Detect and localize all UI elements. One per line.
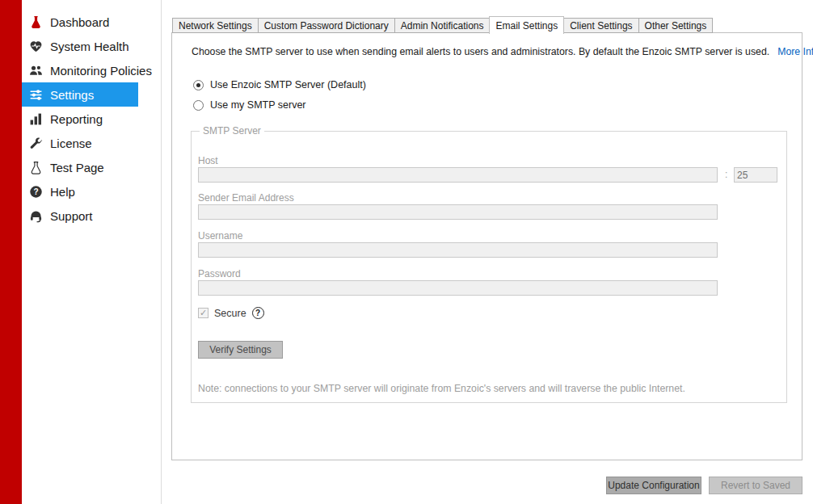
flask-outline-icon: [28, 160, 43, 174]
groupbox-title: SMTP Server: [200, 125, 264, 136]
more-info-link[interactable]: More Info: [777, 46, 813, 57]
help-question-icon[interactable]: ?: [252, 307, 264, 319]
radio-use-enzoic-smtp[interactable]: Use Enzoic SMTP Server (Default): [193, 79, 366, 90]
update-configuration-button[interactable]: Update Configuration: [606, 477, 701, 494]
question-circle-icon: ?: [28, 184, 43, 199]
username-input: [198, 242, 718, 258]
settings-tabs: Network Settings Custom Password Diction…: [172, 16, 713, 33]
tab-other-settings[interactable]: Other Settings: [638, 18, 714, 33]
radio-label: Use Enzoic SMTP Server (Default): [210, 79, 366, 90]
tab-network-settings[interactable]: Network Settings: [172, 18, 259, 33]
sidebar-item-settings[interactable]: Settings: [22, 82, 138, 107]
sidebar-item-label: System Health: [50, 40, 129, 53]
flask-icon: [28, 15, 43, 29]
sidebar-item-support[interactable]: Support: [22, 204, 161, 228]
port-separator: :: [725, 169, 727, 180]
smtp-note: Note: connections to your SMTP server wi…: [198, 383, 685, 394]
tab-admin-notifications[interactable]: Admin Notifications: [394, 18, 491, 33]
tab-client-settings[interactable]: Client Settings: [563, 18, 638, 33]
sidebar-item-license[interactable]: License: [22, 131, 161, 155]
svg-text:?: ?: [33, 187, 38, 195]
heartbeat-icon: [28, 39, 43, 53]
sidebar-item-dashboard[interactable]: Dashboard: [22, 10, 161, 34]
smtp-server-groupbox: SMTP Server Host : Sender Email Address …: [191, 131, 787, 403]
tab-email-settings[interactable]: Email Settings: [489, 16, 564, 34]
sidebar-item-label: Reporting: [50, 112, 103, 126]
sidebar-item-system-health[interactable]: System Health: [22, 34, 161, 58]
sender-email-label: Sender Email Address: [198, 192, 294, 204]
sidebar-item-label: Test Page: [50, 161, 104, 174]
sidebar-accent-bar: [0, 0, 22, 504]
headset-icon: [28, 208, 43, 223]
email-settings-panel: Choose the SMTP server to use when sendi…: [171, 32, 802, 460]
sidebar-item-label: License: [50, 136, 92, 150]
revert-to-saved-button[interactable]: Revert to Saved: [709, 477, 802, 494]
radio-use-my-smtp[interactable]: Use my SMTP server: [193, 99, 306, 111]
sender-email-input: [198, 204, 718, 220]
port-input: [734, 167, 777, 183]
sidebar-item-help[interactable]: ? Help: [22, 179, 161, 204]
sidebar-item-label: Settings: [50, 88, 94, 102]
password-label: Password: [198, 268, 241, 279]
username-label: Username: [198, 230, 242, 242]
wrench-icon: [28, 136, 43, 150]
sidebar-item-label: Monitoring Policies: [50, 64, 152, 78]
secure-row: ✓ Secure ?: [198, 307, 264, 319]
sidebar-item-label: Dashboard: [50, 15, 109, 29]
host-input: [198, 167, 718, 183]
radio-button[interactable]: [193, 100, 204, 111]
sidebar-item-label: Help: [50, 185, 75, 199]
smtp-description-row: Choose the SMTP server to use when sendi…: [192, 46, 794, 57]
secure-checkbox: ✓: [198, 308, 209, 318]
password-input: [198, 280, 718, 296]
sidebar: Dashboard System Health Monitoring Polic…: [22, 0, 162, 504]
host-label: Host: [198, 155, 218, 166]
sidebar-item-label: Support: [50, 209, 93, 223]
sidebar-item-reporting[interactable]: Reporting: [22, 107, 161, 131]
radio-label: Use my SMTP server: [210, 99, 306, 111]
users-icon: [28, 63, 43, 78]
smtp-description: Choose the SMTP server to use when sendi…: [192, 46, 769, 57]
radio-button-selected[interactable]: [193, 80, 204, 90]
sidebar-item-monitoring-policies[interactable]: Monitoring Policies: [22, 58, 161, 82]
sliders-icon: [28, 87, 43, 102]
bar-chart-icon: [28, 111, 43, 126]
verify-settings-button: Verify Settings: [198, 341, 283, 359]
tab-custom-password-dictionary[interactable]: Custom Password Dictionary: [258, 18, 395, 33]
sidebar-item-test-page[interactable]: Test Page: [22, 155, 161, 179]
secure-label: Secure: [214, 308, 246, 319]
